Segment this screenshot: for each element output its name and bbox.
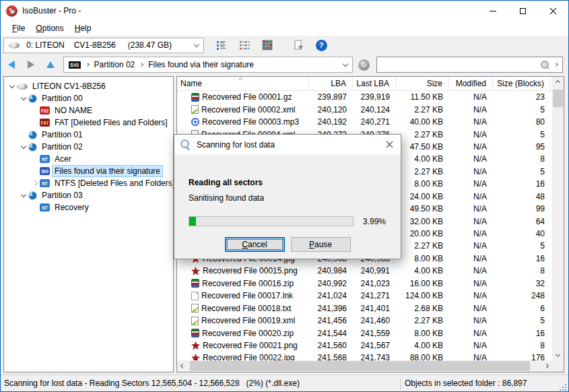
scroll-up-button[interactable] [552, 77, 564, 88]
partition-icon [28, 191, 37, 200]
minimize-button[interactable] [477, 1, 508, 21]
cell-blocks: 6 [493, 304, 551, 313]
breadcrumb-item-current[interactable]: Files found via their signature [148, 60, 254, 69]
column-header-modified[interactable]: Modified [449, 77, 493, 90]
cell-blocks: 5 [493, 316, 551, 325]
tree-item-recovery[interactable]: NTRecovery [4, 201, 173, 214]
table-row[interactable]: Recovered File 00018.txt241,396241,4012.… [177, 302, 552, 314]
chevron-expanded-icon[interactable] [19, 145, 28, 148]
help-button[interactable]: ? [313, 37, 329, 53]
file-image-icon [191, 354, 200, 360]
tree-item-acer[interactable]: NTAcer [4, 153, 173, 165]
breadcrumb-item-partition[interactable]: Partition 02 [94, 60, 135, 69]
cell-name: Recovered File 00018.txt [177, 304, 309, 313]
search-input[interactable] [382, 60, 540, 69]
cell-name: Recovered File 00002.xml [177, 105, 309, 115]
title-bar: IsoBuster - Pro - [1, 1, 568, 21]
scroll-down-button[interactable] [552, 349, 564, 360]
drive-icon [17, 84, 28, 90]
table-row[interactable]: Recovered File 00016.zip240,992241,02316… [177, 277, 552, 290]
horizontal-scrollbar[interactable] [177, 360, 552, 372]
chevron-expanded-icon[interactable] [19, 194, 28, 197]
drive-selector[interactable]: 0: LITEON CV1-8B256 (238.47 GB) [3, 38, 204, 53]
column-header-lba[interactable]: LBA [309, 77, 353, 90]
tree-item-label: Recovery [53, 202, 91, 213]
cell-blocks: 5 [493, 130, 551, 139]
cell-size: 8.00 KB [396, 254, 449, 263]
column-header-name[interactable]: Name [177, 77, 309, 90]
file-name: Recovered File 00021.png [203, 341, 298, 350]
close-button[interactable] [538, 1, 568, 21]
dialog-close-button[interactable] [378, 135, 401, 154]
scroll-left-button[interactable] [177, 360, 189, 372]
cell-name: Recovered File 00021.png [177, 341, 309, 350]
extract-button[interactable] [290, 37, 306, 53]
cell-size: 8.00 KB [396, 329, 449, 338]
pause-button[interactable]: Pause [291, 237, 351, 252]
table-row[interactable]: Recovered File 00003.mp3240,192240,27140… [177, 116, 552, 128]
scroll-right-button[interactable] [541, 360, 552, 372]
cell-modified: N/A [449, 92, 493, 102]
tree-item-no-name[interactable]: F32NO NAME [4, 104, 173, 117]
table-row[interactable]: Recovered File 00002.xml240,120240,1242.… [177, 103, 552, 115]
cell-size: 20.00 KB [396, 229, 449, 238]
tree-item-partition-02[interactable]: Partition 02 [4, 141, 173, 153]
file-media-icon [191, 118, 199, 126]
menu-help[interactable]: Help [69, 21, 97, 36]
tree-item-ntfs-deleted-files-and-folders[interactable]: NTNTFS [Deleted Files and Folders] [4, 177, 173, 189]
cell-blocks: 64 [493, 217, 551, 226]
horizontal-scroll-thumb[interactable] [190, 361, 530, 371]
vertical-scrollbar[interactable] [552, 77, 564, 360]
cell-modified: N/A [449, 329, 493, 338]
cell-modified: N/A [449, 142, 493, 152]
forward-button[interactable] [28, 61, 34, 69]
chevron-collapsed-icon[interactable] [30, 181, 40, 185]
table-row[interactable]: Recovered File 00021.png241,560241,5674.… [177, 339, 552, 352]
tree-item-liteon-cv1-8b256[interactable]: LITEON CV1-8B256 [4, 80, 173, 92]
tree-item-label: Partition 01 [40, 129, 85, 140]
cell-size: 11.50 KB [396, 92, 449, 102]
menu-file[interactable]: File [7, 21, 30, 36]
table-row[interactable]: Recovered File 00022.jpg241,568241,74388… [177, 352, 552, 360]
column-header-last-lba[interactable]: Last LBA [353, 77, 396, 90]
cell-size: 4.00 KB [396, 154, 449, 164]
tree-item-files-found-via-their-signature[interactable]: SIGFiles found via their signature [4, 165, 173, 177]
chevron-up-icon [556, 80, 560, 85]
column-header-size[interactable]: Size [396, 77, 449, 90]
resize-grip-icon[interactable] [559, 383, 567, 391]
horizontal-scroll-track[interactable] [189, 360, 541, 372]
tree-item-partition-01[interactable]: Partition 01 [4, 129, 173, 141]
chevron-expanded-icon[interactable] [7, 85, 17, 88]
search-icon[interactable] [540, 60, 549, 69]
thumbnail-view-button[interactable] [259, 37, 275, 53]
table-row[interactable]: Recovered File 00001.gz239,897239,91911.… [177, 91, 552, 103]
tree-item-partition-03[interactable]: Partition 03 [4, 189, 173, 201]
cancel-button[interactable]: Cancel [225, 237, 285, 252]
table-row[interactable]: Recovered File 00019.xml241,456241,4602.… [177, 315, 552, 327]
breadcrumb[interactable]: SIG Partition 02 Files found via their s… [63, 57, 353, 73]
search-box [376, 57, 563, 73]
menu-options[interactable]: Options [30, 21, 69, 36]
maximize-button[interactable] [508, 1, 538, 21]
cell-size: 2.27 KB [396, 241, 449, 251]
table-row[interactable]: Recovered File 00015.png240,984240,9914.… [177, 265, 552, 277]
cell-size: 88.00 KB [396, 353, 449, 360]
cell-size: 4.00 KB [396, 266, 449, 275]
list-view-button[interactable] [213, 37, 230, 53]
vertical-scroll-thumb[interactable] [553, 90, 563, 107]
search-go-icon[interactable] [554, 63, 558, 67]
detail-view-button[interactable] [236, 37, 253, 53]
file-text-icon [191, 105, 199, 114]
column-header-size-blocks[interactable]: Size (Blocks) [493, 77, 551, 90]
up-button[interactable] [46, 61, 55, 68]
breadcrumb-separator-icon [139, 63, 143, 67]
tree-item-partition-00[interactable]: Partition 00 [4, 92, 173, 104]
chevron-expanded-icon[interactable] [19, 97, 28, 100]
tree-item-fat-deleted-files-and-folders[interactable]: FATFAT [Deleted Files and Folders] [4, 117, 173, 129]
back-button[interactable] [8, 61, 15, 69]
refresh-button[interactable]: ↻ [358, 59, 370, 71]
cell-modified: N/A [449, 304, 493, 313]
table-row[interactable]: Recovered File 00017.lnk241,024241,27112… [177, 290, 552, 302]
cell-blocks: 248 [493, 291, 551, 300]
table-row[interactable]: Recovered File 00020.zip241,544241,5598.… [177, 327, 552, 339]
